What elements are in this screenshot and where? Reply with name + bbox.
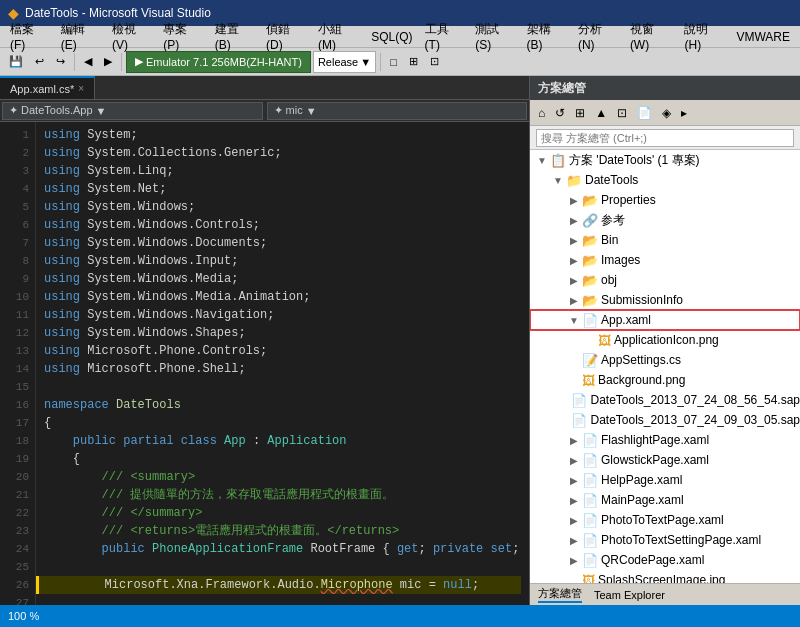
solution-toolbar: ⌂ ↺ ⊞ ▲ ⊡ 📄 ◈ ▸ <box>530 100 800 126</box>
obj-arrow[interactable] <box>566 275 582 286</box>
sol-extra-btn2[interactable]: ▸ <box>677 103 691 123</box>
flashlight-arrow[interactable] <box>566 435 582 446</box>
tree-background[interactable]: 🖼 Background.png <box>530 370 800 390</box>
menu-tools[interactable]: 工具(T) <box>419 19 470 54</box>
sol-refresh-btn[interactable]: ↺ <box>551 103 569 123</box>
tree-flashlight[interactable]: 📄 FlashlightPage.xaml <box>530 430 800 450</box>
properties-arrow[interactable] <box>566 195 582 206</box>
sol-props-btn[interactable]: ⊡ <box>613 103 631 123</box>
sol-filter-btn[interactable]: ⊞ <box>571 103 589 123</box>
code-nav-right[interactable]: ✦ mic ▼ <box>267 102 528 120</box>
tree-appicon[interactable]: 🖼 ApplicationIcon.png <box>530 330 800 350</box>
tree-bin[interactable]: 📂 Bin <box>530 230 800 250</box>
qrcode-arrow[interactable] <box>566 555 582 566</box>
menu-vmware[interactable]: VMWARE <box>730 28 796 46</box>
mainpage-icon: 📄 <box>582 493 598 508</box>
tab-appxaml[interactable]: App.xaml.cs* × <box>0 76 95 99</box>
code-line-27 <box>44 594 521 605</box>
menu-view[interactable]: 檢視(V) <box>106 19 157 54</box>
menu-edit[interactable]: 編輯(E) <box>55 19 106 54</box>
properties-icon: 📂 <box>582 193 598 208</box>
appxaml-arrow[interactable] <box>566 315 582 326</box>
toolbar-forward[interactable]: ▶ <box>99 51 117 73</box>
glowstick-arrow[interactable] <box>566 455 582 466</box>
menu-project[interactable]: 專案(P) <box>157 19 208 54</box>
sol-tab-solution-explorer[interactable]: 方案總管 <box>538 586 582 603</box>
code-line-7: using System.Windows.Documents; <box>44 234 521 252</box>
tree-splashscreen[interactable]: 🖼 SplashScreenImage.jpg <box>530 570 800 583</box>
toolbar-undo[interactable]: ↩ <box>30 51 49 73</box>
phototosetting-arrow[interactable] <box>566 535 582 546</box>
toolbar-back[interactable]: ◀ <box>79 51 97 73</box>
run-button[interactable]: ▶ Emulator 7.1 256MB(ZH-HANT) <box>126 51 311 73</box>
tab-label-appxaml: App.xaml.cs* <box>10 83 74 95</box>
tree-images[interactable]: 📂 Images <box>530 250 800 270</box>
toolbar-redo[interactable]: ↪ <box>51 51 70 73</box>
sol-collapse-btn[interactable]: ▲ <box>591 103 611 123</box>
tree-datetools-sap1[interactable]: 📄 DateTools_2013_07_24_08_56_54.sap <box>530 390 800 410</box>
appxaml-icon: 📄 <box>582 313 598 328</box>
solution-arrow[interactable] <box>534 155 550 166</box>
sol-tab-team-explorer[interactable]: Team Explorer <box>594 589 665 601</box>
code-line-17: { <box>44 414 521 432</box>
photototext-icon: 📄 <box>582 513 598 528</box>
menu-build[interactable]: 建置(B) <box>209 19 260 54</box>
sol-home-btn[interactable]: ⌂ <box>534 103 549 123</box>
tree-photototext[interactable]: 📄 PhotoToTextPage.xaml <box>530 510 800 530</box>
sol-showfile-btn[interactable]: 📄 <box>633 103 656 123</box>
tree-phototosetting[interactable]: 📄 PhotoToTextSettingPage.xaml <box>530 530 800 550</box>
sol-extra-btn1[interactable]: ◈ <box>658 103 675 123</box>
tree-datetools-sap2[interactable]: 📄 DateTools_2013_07_24_09_03_05.sap <box>530 410 800 430</box>
tree-qrcode[interactable]: 📄 QRCodePage.xaml <box>530 550 800 570</box>
images-icon: 📂 <box>582 253 598 268</box>
datetools-arrow[interactable] <box>550 175 566 186</box>
tree-appsettings[interactable]: 📝 AppSettings.cs <box>530 350 800 370</box>
solution-tree[interactable]: 📋 方案 'DateTools' (1 專案) 📁 DateTools 📂 Pr… <box>530 150 800 583</box>
solution-search-input[interactable] <box>536 129 794 147</box>
tree-references[interactable]: 🔗 参考 <box>530 210 800 230</box>
tree-helppage[interactable]: 📄 HelpPage.xaml <box>530 470 800 490</box>
glowstick-icon: 📄 <box>582 453 598 468</box>
code-nav-class: ✦ DateTools.App <box>9 104 93 117</box>
tree-solution-root[interactable]: 📋 方案 'DateTools' (1 專案) <box>530 150 800 170</box>
toolbar-btn-extra1[interactable]: □ <box>385 51 402 73</box>
phototosetting-icon: 📄 <box>582 533 598 548</box>
images-arrow[interactable] <box>566 255 582 266</box>
tree-appxaml[interactable]: 📄 App.xaml <box>530 310 800 330</box>
menu-arch[interactable]: 架構(B) <box>521 19 572 54</box>
toolbar-btn-extra2[interactable]: ⊞ <box>404 51 423 73</box>
menu-sql[interactable]: SQL(Q) <box>365 28 418 46</box>
menu-help[interactable]: 說明(H) <box>678 19 730 54</box>
code-content[interactable]: using System; using System.Collections.G… <box>36 122 529 605</box>
code-line-24: public PhoneApplicationFrame RootFrame {… <box>44 540 521 558</box>
references-arrow[interactable] <box>566 215 582 226</box>
code-line-20: /// <summary> <box>44 468 521 486</box>
tree-properties[interactable]: 📂 Properties <box>530 190 800 210</box>
menu-file[interactable]: 檔案(F) <box>4 19 55 54</box>
toolbar-save[interactable]: 💾 <box>4 51 28 73</box>
config-dropdown[interactable]: Release ▼ <box>313 51 376 73</box>
tree-obj[interactable]: 📂 obj <box>530 270 800 290</box>
tree-datetools[interactable]: 📁 DateTools <box>530 170 800 190</box>
menu-test[interactable]: 測試(S) <box>469 19 520 54</box>
tab-close-appxaml[interactable]: × <box>78 83 84 94</box>
helppage-arrow[interactable] <box>566 475 582 486</box>
tree-submissioninfo[interactable]: 📂 SubmissionInfo <box>530 290 800 310</box>
helppage-label: HelpPage.xaml <box>601 473 682 487</box>
menu-window[interactable]: 視窗(W) <box>624 19 679 54</box>
code-nav-left[interactable]: ✦ DateTools.App ▼ <box>2 102 263 120</box>
code-area[interactable]: 12345 678910 1112131415 1617181920 21222… <box>0 122 529 605</box>
tree-glowstick[interactable]: 📄 GlowstickPage.xaml <box>530 450 800 470</box>
bin-arrow[interactable] <box>566 235 582 246</box>
code-line-16: namespace DateTools <box>44 396 521 414</box>
tree-mainpage[interactable]: 📄 MainPage.xaml <box>530 490 800 510</box>
submission-arrow[interactable] <box>566 295 582 306</box>
menu-team[interactable]: 小組(M) <box>312 19 365 54</box>
mainpage-arrow[interactable] <box>566 495 582 506</box>
references-label: 参考 <box>601 212 625 229</box>
toolbar-btn-extra3[interactable]: ⊡ <box>425 51 444 73</box>
splashscreen-label: SplashScreenImage.jpg <box>598 573 725 583</box>
menu-debug[interactable]: 偵錯(D) <box>260 19 312 54</box>
photototext-arrow[interactable] <box>566 515 582 526</box>
menu-analyze[interactable]: 分析(N) <box>572 19 624 54</box>
